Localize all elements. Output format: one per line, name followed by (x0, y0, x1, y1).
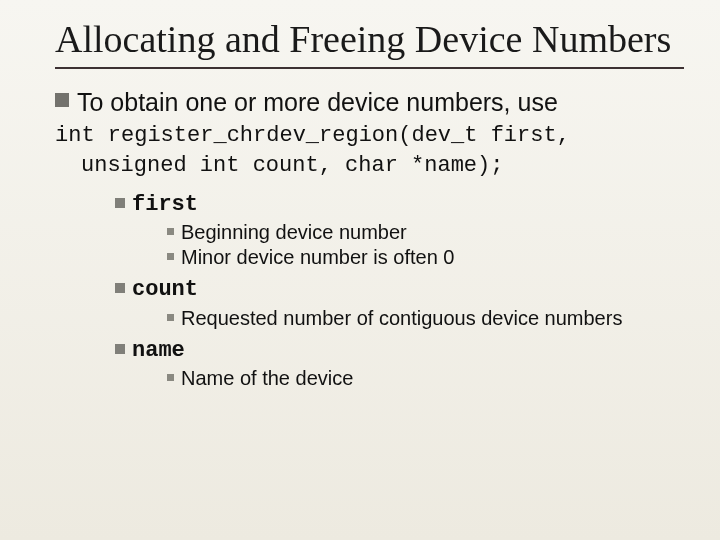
detail-row: Name of the device (167, 366, 684, 391)
param-row: count (115, 276, 684, 304)
param-row: first (115, 191, 684, 219)
param-name: name (132, 337, 185, 365)
detail-text: Minor device number is often 0 (181, 245, 454, 270)
square-bullet-icon (115, 198, 125, 208)
detail-row: Beginning device number (167, 220, 684, 245)
square-bullet-icon (167, 374, 174, 381)
param-name: count (132, 276, 198, 304)
slide: Allocating and Freeing Device Numbers To… (0, 0, 720, 540)
slide-title: Allocating and Freeing Device Numbers (55, 18, 684, 61)
param-block-first: first Beginning device number Minor devi… (55, 191, 684, 271)
square-bullet-icon (167, 228, 174, 235)
square-bullet-icon (55, 93, 69, 107)
square-bullet-icon (167, 314, 174, 321)
intro-row: To obtain one or more device numbers, us… (55, 87, 684, 118)
detail-row: Requested number of contiguous device nu… (167, 306, 684, 331)
code-line-1: int register_chrdev_region(dev_t first, (55, 122, 684, 151)
detail-text: Beginning device number (181, 220, 407, 245)
intro-text: To obtain one or more device numbers, us… (77, 87, 558, 118)
detail-text: Requested number of contiguous device nu… (181, 306, 622, 331)
param-name: first (132, 191, 198, 219)
code-line-2: unsigned int count, char *name); (55, 152, 684, 181)
square-bullet-icon (115, 344, 125, 354)
param-row: name (115, 337, 684, 365)
param-block-count: count Requested number of contiguous dev… (55, 276, 684, 331)
detail-row: Minor device number is often 0 (167, 245, 684, 270)
title-underline (55, 67, 684, 69)
param-block-name: name Name of the device (55, 337, 684, 392)
detail-text: Name of the device (181, 366, 353, 391)
square-bullet-icon (167, 253, 174, 260)
square-bullet-icon (115, 283, 125, 293)
